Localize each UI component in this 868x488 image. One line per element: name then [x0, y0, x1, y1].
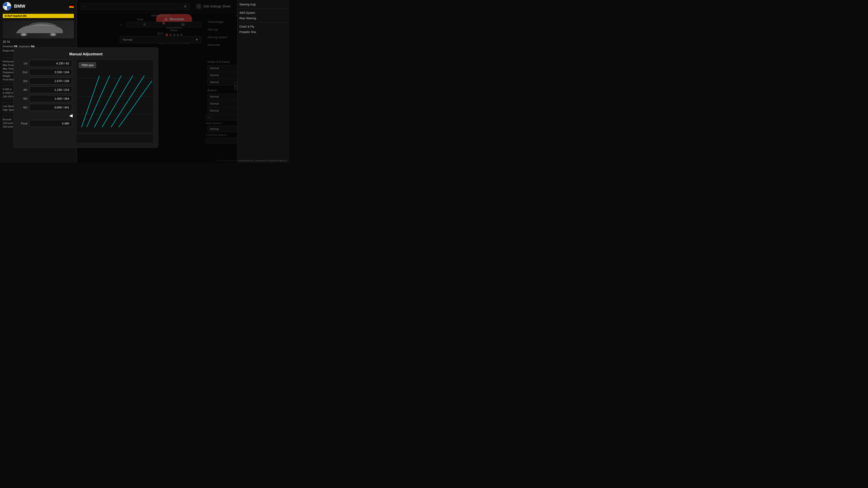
- gear-final-input[interactable]: [29, 120, 72, 127]
- rpm-badge: 7000 rpm: [79, 62, 96, 68]
- car-model: Z8 '01: [0, 39, 76, 44]
- right-panel: Steering Angl. 4WS System. Rear Steering…: [237, 0, 289, 163]
- svg-point-3: [51, 33, 56, 36]
- manual-adjustment-modal: Manual Adjustment 1st 2nd 3rd 4th 5th: [13, 47, 158, 148]
- gear-1st-row: 1st: [18, 60, 72, 67]
- bop-badge: ⚖ BoP Applied (M): [3, 14, 74, 18]
- cursor-arrow-icon: ◀: [69, 113, 72, 118]
- gear-5th-input[interactable]: [29, 95, 72, 102]
- rear-steering-label: Rear Steering: [238, 15, 289, 21]
- car-image: [3, 20, 74, 38]
- car-image-area: [3, 20, 74, 38]
- steering-angle-label: Steering Angl.: [238, 2, 289, 7]
- gear-6th-row: 6th: [18, 104, 72, 111]
- right-divider-2: [238, 22, 289, 23]
- svg-rect-5: [76, 60, 153, 143]
- car-header: BMW 🇩🇪: [0, 0, 76, 12]
- gear-4th-input[interactable]: [29, 86, 72, 93]
- modal-body: 1st 2nd 3rd 4th 5th 6th: [18, 60, 153, 143]
- gear-3rd-row: 3rd: [18, 77, 72, 85]
- car-silhouette: [11, 22, 66, 37]
- svg-point-2: [21, 33, 26, 36]
- gear-6th-input[interactable]: [29, 104, 72, 111]
- gear-2nd-input[interactable]: [29, 69, 72, 76]
- gear-table: 1st 2nd 3rd 4th 5th 6th: [18, 60, 72, 143]
- right-divider-1: [238, 8, 289, 9]
- modal-title: Manual Adjustment: [18, 52, 153, 56]
- gear-final-row: Final: [18, 120, 72, 127]
- gear-4th-row: 4th: [18, 86, 72, 93]
- flag-icon: 🇩🇪: [69, 4, 74, 8]
- gear-3rd-input[interactable]: [29, 77, 72, 85]
- brand-name: BMW: [14, 4, 68, 9]
- drivetrain-label: Drivetrain: [3, 45, 14, 48]
- propellor-sha-label: Propellor Sha.: [238, 29, 289, 35]
- four-ws-label: 4WS System.: [238, 10, 289, 15]
- rpm-chart: 7000 rpm: [76, 60, 153, 143]
- rpm-chart-svg: [76, 60, 153, 143]
- clutch-flywheel-label: Clutch & Fly.: [238, 24, 289, 29]
- gear-1st-input[interactable]: [29, 60, 72, 67]
- gear-5th-row: 5th: [18, 95, 72, 102]
- gear-2nd-row: 2nd: [18, 69, 72, 76]
- bmw-logo: [3, 2, 11, 10]
